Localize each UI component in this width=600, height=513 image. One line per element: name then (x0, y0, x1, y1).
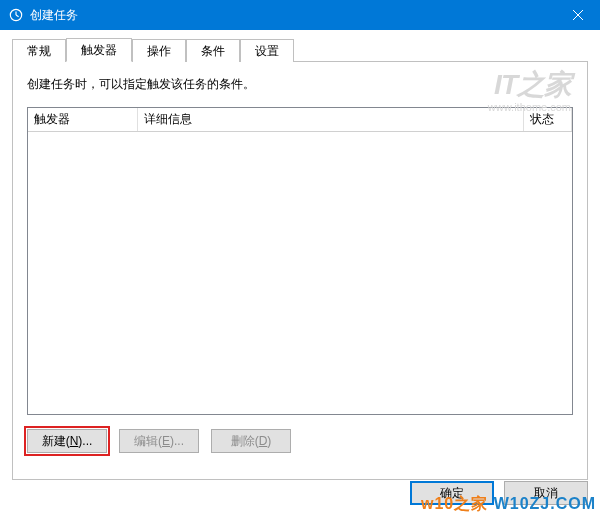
btn-label: 取消 (534, 485, 558, 502)
btn-label-part: 新建( (42, 433, 70, 450)
tab-label: 常规 (27, 43, 51, 60)
column-trigger[interactable]: 触发器 (28, 108, 138, 131)
btn-hotkey: D (259, 434, 268, 448)
tab-label: 触发器 (81, 42, 117, 59)
btn-label-part: 删除( (231, 433, 259, 450)
close-button[interactable] (555, 0, 600, 30)
column-status[interactable]: 状态 (524, 108, 572, 131)
tab-triggers[interactable]: 触发器 (66, 38, 132, 62)
trigger-list[interactable]: 触发器 详细信息 状态 (27, 107, 573, 415)
cancel-button[interactable]: 取消 (504, 481, 588, 505)
window-title: 创建任务 (30, 7, 78, 24)
new-button[interactable]: 新建(N)... (27, 429, 107, 453)
btn-label: 确定 (440, 485, 464, 502)
delete-button: 删除(D) (211, 429, 291, 453)
btn-hotkey: N (70, 434, 79, 448)
tab-general[interactable]: 常规 (12, 39, 66, 62)
ok-button[interactable]: 确定 (410, 481, 494, 505)
trigger-buttons-row: 新建(N)... 编辑(E)... 删除(D) (27, 429, 573, 453)
tab-actions[interactable]: 操作 (132, 39, 186, 62)
clock-icon (8, 7, 24, 23)
client-area: 常规 触发器 操作 条件 设置 IT之家 www.ithome.com 创建任务… (0, 30, 600, 513)
edit-button: 编辑(E)... (119, 429, 199, 453)
btn-label-part: 编辑( (134, 433, 162, 450)
btn-label-part: ) (267, 434, 271, 448)
tab-label: 设置 (255, 43, 279, 60)
tab-label: 操作 (147, 43, 171, 60)
column-detail[interactable]: 详细信息 (138, 108, 524, 131)
tab-label: 条件 (201, 43, 225, 60)
tab-content: IT之家 www.ithome.com 创建任务时，可以指定触发该任务的条件。 … (12, 62, 588, 480)
dialog-buttons: 确定 取消 (410, 481, 588, 505)
btn-label-part: )... (78, 434, 92, 448)
btn-hotkey: E (162, 434, 170, 448)
list-header: 触发器 详细信息 状态 (28, 108, 572, 132)
svg-line-2 (16, 15, 19, 17)
tab-settings[interactable]: 设置 (240, 39, 294, 62)
tab-conditions[interactable]: 条件 (186, 39, 240, 62)
btn-label-part: )... (170, 434, 184, 448)
title-bar: 创建任务 (0, 0, 600, 30)
triggers-description: 创建任务时，可以指定触发该任务的条件。 (27, 76, 573, 93)
tab-strip: 常规 触发器 操作 条件 设置 (12, 38, 588, 62)
